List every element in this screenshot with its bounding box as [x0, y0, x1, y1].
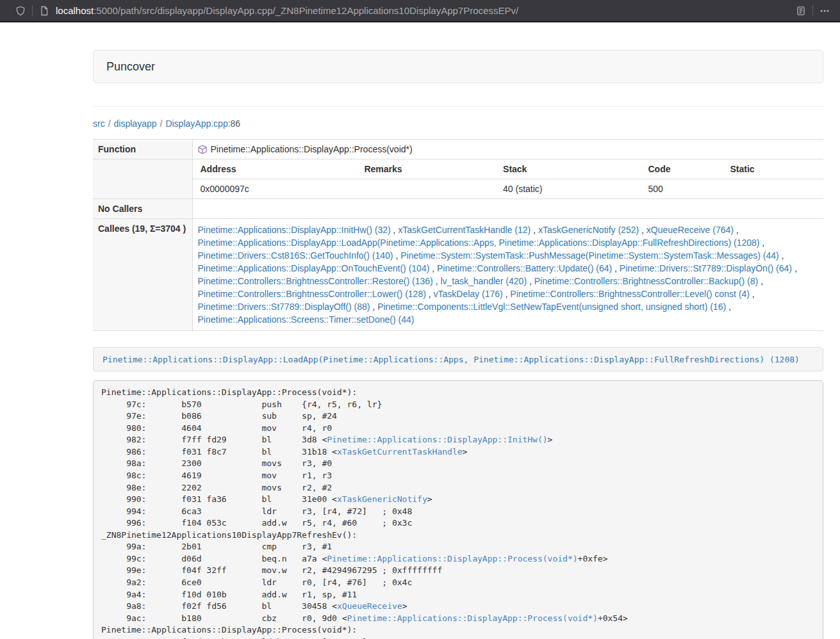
callee-separator: , [759, 238, 764, 248]
static-value [722, 179, 823, 199]
callee-separator: , [531, 225, 538, 235]
selected-callee-panel: Pinetime::Applications::DisplayApp::Load… [93, 347, 823, 371]
callee-link[interactable]: Pinetime::Controllers::BrightnessControl… [534, 276, 758, 286]
selected-callee-link[interactable]: Pinetime::Applications::DisplayApp::Load… [103, 355, 800, 364]
empty-row-label [93, 159, 192, 199]
callee-separator: , [503, 289, 511, 299]
callee-link[interactable]: Pinetime::Controllers::BrightnessControl… [198, 276, 433, 286]
callee-link[interactable]: Pinetime::Components::LittleVgl::SetNewT… [377, 302, 726, 312]
stats-header-row: Address Remarks Stack Code Static [193, 159, 824, 179]
breadcrumb-src[interactable]: src [93, 118, 105, 129]
toolbar-separator [812, 5, 813, 17]
breadcrumb-separator: / [108, 118, 111, 129]
callees-list: Pinetime::Applications::DisplayApp::Init… [198, 225, 797, 325]
callee-link[interactable]: Pinetime::Applications::Screens::Timer::… [198, 314, 415, 325]
callee-separator: , [370, 302, 377, 312]
code-symbol-link[interactable]: xTaskGetCurrentTaskHandle [337, 447, 463, 457]
column-header-remarks: Remarks [356, 159, 495, 179]
callee-link[interactable]: Pinetime::Controllers::BrightnessControl… [510, 289, 749, 299]
callee-separator: , [612, 263, 620, 273]
page-content: Puncover src/displayapp/DisplayApp.cpp:8… [93, 22, 823, 639]
code-symbol-link[interactable]: xQueueReceive [337, 601, 402, 611]
callee-separator: , [426, 289, 434, 299]
column-header-static: Static [722, 159, 823, 179]
breadcrumb-file[interactable]: DisplayApp.cpp [165, 118, 227, 129]
column-header-code: Code [640, 159, 722, 179]
app-header: Puncover [93, 50, 823, 83]
disassembly-code-block[interactable]: Pinetime::Applications::DisplayApp::Proc… [93, 380, 823, 639]
breadcrumb-separator: / [160, 118, 163, 129]
stats-data-row: 0x0000097c 40 (static) 500 [193, 179, 824, 199]
callees-label: Callees (19, Σ=3704 ) [93, 219, 192, 331]
callee-separator: , [779, 250, 784, 261]
callee-link[interactable]: Pinetime::Applications::DisplayApp::OnTo… [198, 263, 430, 273]
url-bar[interactable]: localhost:5000/path/src/displayapp/Displ… [56, 5, 795, 16]
callee-link[interactable]: Pinetime::Drivers::Cst816S::GetTouchInfo… [198, 250, 393, 261]
code-symbol-link[interactable]: xTaskGenericNotify [337, 494, 427, 504]
callee-separator: , [639, 225, 646, 235]
callee-separator: , [391, 225, 399, 235]
divider [93, 106, 823, 107]
callee-separator: , [750, 289, 755, 299]
function-name: Pinetime::Applications::DisplayApp::Proc… [211, 144, 413, 154]
callee-separator: , [433, 276, 441, 286]
callee-link[interactable]: Pinetime::Applications::DisplayApp::Init… [198, 225, 391, 235]
url-path: :5000/path/src/displayapp/DisplayApp.cpp… [94, 5, 518, 16]
table-row: Function Pinetime::Applications::Display… [93, 140, 823, 159]
url-host: localhost [56, 5, 94, 16]
callee-link[interactable]: xQueueReceive (764) [646, 225, 734, 235]
callee-link[interactable]: xTaskGenericNotify (252) [538, 225, 639, 235]
breadcrumb-line-number: :86 [228, 118, 240, 129]
callee-link[interactable]: Pinetime::Controllers::BrightnessControl… [198, 289, 426, 299]
callee-link[interactable]: Pinetime::Drivers::St7789::DisplayOff() … [198, 302, 370, 312]
shield-icon[interactable] [14, 4, 27, 17]
callee-separator: , [792, 263, 797, 273]
page-icon[interactable] [38, 4, 51, 17]
callee-link[interactable]: Pinetime::Applications::DisplayApp::Load… [198, 238, 760, 248]
package-icon [198, 145, 207, 154]
table-row: Callees (19, Σ=3704 ) Pinetime::Applicat… [93, 219, 823, 331]
callee-separator: , [734, 225, 739, 235]
table-row: Address Remarks Stack Code Static 0x0000… [93, 159, 823, 199]
code-symbol-link[interactable]: Pinetime::Applications::DisplayApp::Proc… [327, 554, 577, 563]
app-title: Puncover [106, 60, 155, 73]
function-info-table: Function Pinetime::Applications::Display… [93, 139, 823, 331]
overflow-menu-icon[interactable] [818, 4, 831, 17]
code-symbol-link[interactable]: Pinetime::Applications::DisplayApp::Init… [327, 435, 547, 444]
callee-separator: , [527, 276, 534, 286]
code-size-value: 500 [640, 179, 722, 199]
code-symbol-link[interactable]: Pinetime::Applications::DisplayApp::Proc… [347, 613, 598, 623]
address-value: 0x0000097c [193, 179, 357, 199]
callee-link[interactable]: Pinetime::System::SystemTask::PushMessag… [400, 250, 779, 261]
callee-separator: , [393, 250, 401, 261]
browser-toolbar: localhost:5000/path/src/displayapp/Displ… [0, 0, 840, 22]
stack-value: 40 (static) [495, 179, 640, 199]
callee-separator: , [726, 302, 731, 312]
callee-link[interactable]: Pinetime::Drivers::St7789::DisplayOn() (… [620, 263, 792, 273]
callee-separator: , [429, 263, 437, 273]
column-header-address: Address [193, 159, 357, 179]
no-callers-label: No Callers [93, 199, 192, 219]
function-stats-table: Address Remarks Stack Code Static 0x0000… [193, 159, 824, 198]
callee-link[interactable]: vTaskDelay (176) [434, 289, 503, 299]
table-row: No Callers [93, 199, 823, 219]
function-row-label: Function [93, 140, 192, 159]
callee-link[interactable]: xTaskGetCurrentTaskHandle (12) [398, 225, 531, 235]
breadcrumb-dir[interactable]: displayapp [114, 118, 157, 129]
reader-mode-icon[interactable] [795, 4, 807, 17]
column-header-stack: Stack [495, 159, 640, 179]
callers-cell [192, 199, 823, 219]
callee-link[interactable]: lv_task_handler (420) [440, 276, 527, 286]
breadcrumb: src/displayapp/DisplayApp.cpp:86 [93, 117, 823, 130]
remarks-value [356, 179, 495, 199]
callee-link[interactable]: Pinetime::Controllers::Battery::Update()… [437, 263, 612, 273]
toolbar-separator [32, 5, 33, 17]
callee-separator: , [758, 276, 763, 286]
